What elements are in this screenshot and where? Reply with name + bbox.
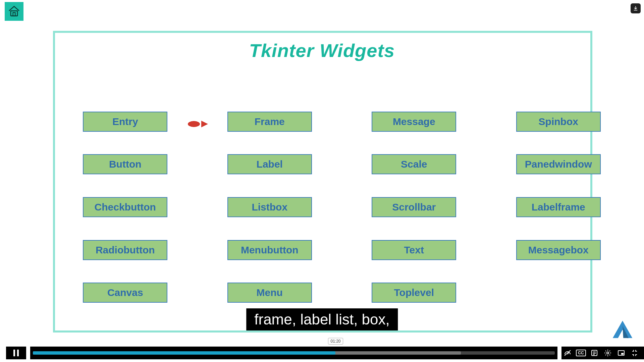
speedometer-icon bbox=[564, 349, 572, 357]
pip-icon bbox=[617, 349, 625, 357]
widget-canvas: Canvas bbox=[83, 283, 167, 303]
home-icon bbox=[7, 5, 21, 18]
pip-button[interactable] bbox=[616, 348, 626, 358]
slide-area: Tkinter Widgets EntryFrameMessageSpinbox… bbox=[0, 0, 644, 362]
settings-button[interactable] bbox=[603, 348, 612, 358]
widget-entry: Entry bbox=[83, 112, 167, 132]
progress-track[interactable]: 01:20 bbox=[30, 347, 557, 359]
home-button[interactable] bbox=[5, 2, 23, 21]
download-icon bbox=[633, 6, 638, 11]
fullscreen-exit-icon bbox=[631, 349, 639, 357]
play-pause-button[interactable] bbox=[6, 347, 26, 359]
widget-radiobutton: Radiobutton bbox=[83, 240, 167, 260]
time-tooltip-text: 01:20 bbox=[330, 339, 340, 344]
widget-grid: EntryFrameMessageSpinboxButtonLabelScale… bbox=[80, 109, 604, 305]
svg-rect-0 bbox=[11, 11, 17, 16]
player-controls: CC bbox=[561, 347, 644, 359]
widget-labelframe: Labelframe bbox=[516, 197, 601, 217]
download-button[interactable] bbox=[631, 3, 641, 13]
widget-scrollbar: Scrollbar bbox=[372, 197, 456, 217]
widget-scale: Scale bbox=[372, 154, 456, 174]
watermark-logo bbox=[610, 318, 635, 344]
caption-overlay: frame, label list, box, bbox=[246, 308, 398, 330]
cc-icon: CC bbox=[576, 350, 586, 356]
transcript-icon bbox=[590, 349, 598, 357]
captions-button[interactable]: CC bbox=[576, 348, 586, 358]
svg-point-4 bbox=[607, 352, 609, 354]
widget-button: Button bbox=[83, 154, 167, 174]
widget-messagebox: Messagebox bbox=[516, 240, 601, 260]
widget-menu: Menu bbox=[227, 283, 312, 303]
widget-spinbox: Spinbox bbox=[516, 112, 601, 132]
svg-rect-1 bbox=[13, 12, 15, 16]
progress-fill bbox=[33, 351, 335, 355]
widget-toplevel: Toplevel bbox=[372, 283, 456, 303]
widget-menubutton: Menubutton bbox=[227, 240, 312, 260]
slide-title: Tkinter Widgets bbox=[0, 40, 644, 61]
fullscreen-exit-button[interactable] bbox=[630, 348, 639, 358]
pause-icon bbox=[13, 350, 19, 356]
widget-checkbutton: Checkbutton bbox=[83, 197, 167, 217]
caption-text: frame, label list, box, bbox=[254, 311, 390, 327]
widget-frame: Frame bbox=[227, 112, 312, 132]
widget-message: Message bbox=[372, 112, 456, 132]
widget-text: Text bbox=[372, 240, 456, 260]
svg-rect-6 bbox=[621, 353, 624, 355]
speed-button[interactable] bbox=[563, 348, 572, 358]
widget-label: Label bbox=[227, 154, 312, 174]
time-tooltip: 01:20 bbox=[328, 338, 343, 345]
widget-listbox: Listbox bbox=[227, 197, 312, 217]
widget-panedwindow: Panedwindow bbox=[516, 154, 601, 174]
transcript-button[interactable] bbox=[590, 348, 599, 358]
video-player-bar: 01:20 CC bbox=[0, 344, 644, 362]
gear-icon bbox=[604, 349, 612, 357]
brand-logo-icon bbox=[610, 318, 635, 343]
